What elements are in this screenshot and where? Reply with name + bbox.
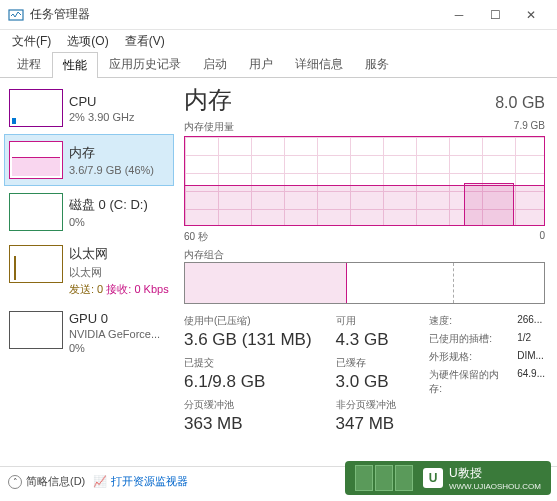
memory-total: 8.0 GB [495,94,545,112]
tab-performance[interactable]: 性能 [52,52,98,78]
sidebar-item-sub: NVIDIA GeForce... [69,328,160,340]
sidebar-item-label: CPU [69,94,134,109]
menu-options[interactable]: 选项(O) [61,31,114,52]
main-panel: 内存 8.0 GB 内存使用量 7.9 GB 60 秒 0 内存组合 使用中(已… [178,78,557,466]
window-title: 任务管理器 [30,6,441,23]
sidebar-item-cpu[interactable]: CPU 2% 3.90 GHz [4,82,174,134]
stat-paged: 分页缓冲池 363 MB [184,398,312,434]
sidebar-item-label: 磁盘 0 (C: D:) [69,196,148,214]
app-icon [8,7,24,23]
tab-users[interactable]: 用户 [238,51,284,77]
stat-nonpaged: 非分页缓冲池 347 MB [336,398,396,434]
sidebar-item-sub: 0% [69,216,148,228]
watermark-brand: U教授 [449,466,482,480]
memory-usage-chart [184,136,545,226]
chart1-max: 7.9 GB [514,120,545,134]
sidebar-item-sub: 2% 3.90 GHz [69,111,134,123]
sidebar-item-gpu[interactable]: GPU 0 NVIDIA GeForce... 0% [4,304,174,361]
tab-startup[interactable]: 启动 [192,51,238,77]
maximize-button[interactable]: ☐ [477,1,513,29]
cpu-thumb-icon [9,89,63,127]
stat-in-use: 使用中(已压缩) 3.6 GB (131 MB) [184,314,312,350]
open-resource-monitor-link[interactable]: 📈 打开资源监视器 [93,474,188,489]
memory-thumb-icon [9,141,63,179]
tab-app-history[interactable]: 应用历史记录 [98,51,192,77]
sidebar-item-label: GPU 0 [69,311,160,326]
stat-cached: 已缓存 3.0 GB [336,356,396,392]
gpu-thumb-icon [9,311,63,349]
close-button[interactable]: ✕ [513,1,549,29]
watermark-logo-icon: U [423,468,443,488]
sidebar-item-sub: 3.6/7.9 GB (46%) [69,164,154,176]
watermark: U U教授 WWW.UJIAOSHOU.COM [345,461,551,495]
sidebar-item-sub: 以太网 [69,265,169,280]
chevron-up-icon: ˄ [8,475,22,489]
monitor-icon: 📈 [93,475,107,488]
tab-details[interactable]: 详细信息 [284,51,354,77]
sidebar-item-ethernet[interactable]: 以太网 以太网 发送: 0 接收: 0 Kbps [4,238,174,304]
titlebar: 任务管理器 ─ ☐ ✕ [0,0,557,30]
menubar: 文件(F) 选项(O) 查看(V) [0,30,557,52]
memory-composition-chart [184,262,545,304]
sidebar-item-label: 内存 [69,144,154,162]
minimize-button[interactable]: ─ [441,1,477,29]
stats-grid: 使用中(已压缩) 3.6 GB (131 MB) 可用 4.3 GB 已提交 6… [184,314,396,434]
fewer-details-button[interactable]: ˄ 简略信息(D) [8,474,85,489]
chart1-label: 内存使用量 [184,120,234,134]
page-title: 内存 [184,84,232,116]
chart1-xstart: 60 秒 [184,230,208,244]
stat-available: 可用 4.3 GB [336,314,396,350]
ethernet-thumb-icon [9,245,63,283]
disk-thumb-icon [9,193,63,231]
sidebar-item-net: 发送: 0 接收: 0 Kbps [69,282,169,297]
tabs: 进程 性能 应用历史记录 启动 用户 详细信息 服务 [0,52,557,78]
tab-services[interactable]: 服务 [354,51,400,77]
menu-view[interactable]: 查看(V) [119,31,171,52]
sidebar-item-memory[interactable]: 内存 3.6/7.9 GB (46%) [4,134,174,186]
menu-file[interactable]: 文件(F) [6,31,57,52]
stats-hardware: 速度:266... 已使用的插槽:1/2 外形规格:DIM... 为硬件保留的内… [429,314,545,434]
chart1-xend: 0 [539,230,545,244]
sidebar-item-disk[interactable]: 磁盘 0 (C: D:) 0% [4,186,174,238]
sidebar: CPU 2% 3.90 GHz 内存 3.6/7.9 GB (46%) 磁盘 0… [0,78,178,466]
tab-processes[interactable]: 进程 [6,51,52,77]
stat-committed: 已提交 6.1/9.8 GB [184,356,312,392]
watermark-url: WWW.UJIAOSHOU.COM [449,482,541,491]
sidebar-item-label: 以太网 [69,245,169,263]
sidebar-item-pct: 0% [69,342,160,354]
chart2-label: 内存组合 [184,248,224,262]
